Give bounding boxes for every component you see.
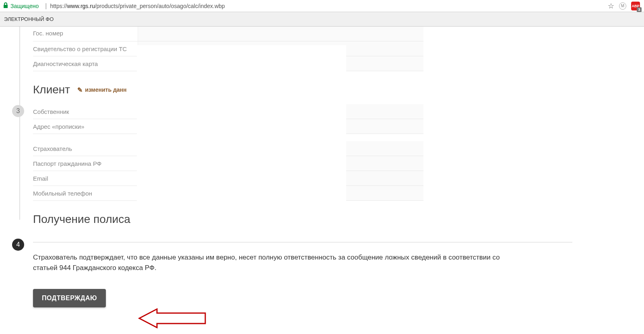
- url-domain: www.rgs.ru: [67, 3, 95, 9]
- secure-label: Защищено: [10, 3, 39, 9]
- red-arrow-annotation: [137, 308, 209, 328]
- confirm-button[interactable]: ПОДТВЕРЖДАЮ: [33, 289, 106, 307]
- field-label-gos-nomer: Гос. номер: [33, 28, 138, 40]
- field-label-insurer: Страхователь: [33, 142, 138, 155]
- ext-abp-badge: 3: [637, 7, 642, 12]
- extension-abp-icon[interactable]: ABP 3: [631, 2, 640, 10]
- disclaimer-text: Страхователь подтверждает, что все данны…: [33, 252, 516, 273]
- lock-icon: [3, 2, 8, 9]
- tabs-bar: ЭЛЕКТРОННЫЙ ФО: [0, 12, 644, 27]
- separator: |: [45, 2, 47, 10]
- field-label-owner: Собственник: [33, 105, 138, 118]
- page-content: Гос. номер Свидетельство о регистрации Т…: [0, 27, 644, 307]
- field-label-sts: Свидетельство о регистрации ТС: [33, 42, 138, 56]
- field-value-gos-nomer: [138, 27, 423, 41]
- pencil-icon: ✎: [77, 86, 83, 94]
- address-bar-right: ☆ M ABP 3: [608, 2, 640, 10]
- field-label-address: Адрес «прописки»: [33, 120, 138, 133]
- privacy-overlay: [137, 45, 346, 228]
- edit-link-label: изменить данн: [85, 87, 126, 93]
- step-timeline: [19, 27, 20, 220]
- active-tab-label[interactable]: ЭЛЕКТРОННЫЙ ФО: [2, 16, 56, 22]
- divider: [33, 242, 572, 243]
- step-4-title: Получение полиса: [33, 213, 130, 226]
- field-label-diag: Диагностическая карта: [33, 57, 138, 70]
- confirmation-section: Страхователь подтверждает, что все данны…: [33, 242, 572, 307]
- step-3-title: Клиент: [33, 83, 70, 96]
- field-label-passport: Паспорт гражданина РФ: [33, 157, 138, 170]
- bookmark-star-icon[interactable]: ☆: [608, 2, 614, 10]
- field-label-email: Email: [33, 172, 138, 185]
- url-text[interactable]: https://www.rgs.ru/products/private_pers…: [50, 3, 225, 9]
- url-prefix: https://: [50, 3, 67, 9]
- browser-address-bar: Защищено | https://www.rgs.ru/products/p…: [0, 0, 644, 12]
- field-label-phone: Мобильный телефон: [33, 187, 138, 200]
- step-3-circle: 3: [12, 105, 24, 117]
- extension-m-icon[interactable]: M: [619, 2, 626, 10]
- step-4-circle: 4: [12, 239, 24, 251]
- edit-client-link[interactable]: ✎ изменить данн: [77, 86, 126, 94]
- url-path: /products/private_person/auto/osago/calc…: [95, 3, 225, 9]
- field-gos-nomer: Гос. номер: [33, 27, 423, 41]
